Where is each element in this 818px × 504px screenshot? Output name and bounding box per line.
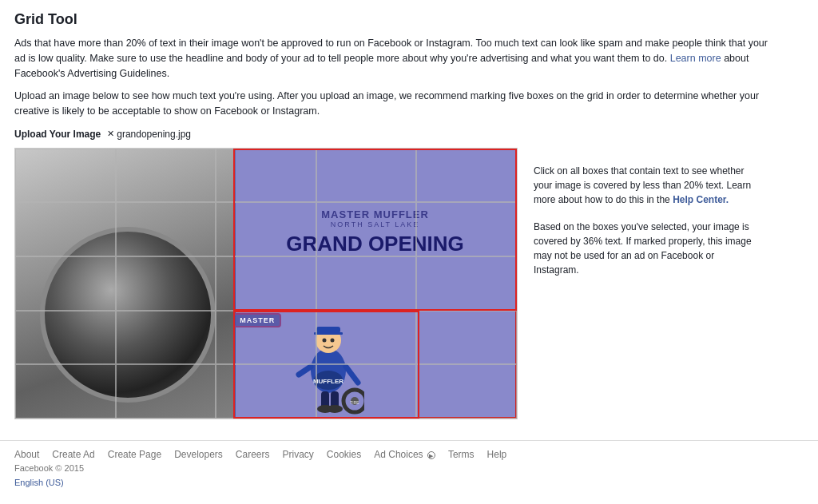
file-tag: ✕ grandopening.jpg — [107, 129, 191, 140]
grid-cell-3-5[interactable] — [416, 256, 517, 311]
cookies-link[interactable]: Cookies — [327, 449, 361, 460]
ad-choices-icon: ▶ — [427, 451, 435, 459]
grid-area: MASTER MUFFLER NORTH SALT LAKE GRAND OPE… — [14, 148, 768, 419]
description-1: Ads that have more than 20% of text in t… — [14, 36, 768, 81]
careers-link[interactable]: Careers — [236, 449, 270, 460]
grid-cell-2-3[interactable] — [216, 202, 316, 256]
description-2: Upload an image below to see how much te… — [14, 89, 768, 119]
grid-cell-4-3[interactable] — [216, 311, 316, 365]
upload-section: Upload Your Image ✕ grandopening.jpg — [14, 129, 768, 140]
footer: About Create Ad Create Page Developers C… — [0, 440, 818, 496]
grid-cell-3-4[interactable] — [316, 256, 417, 311]
grid-cell-5-5[interactable] — [416, 364, 517, 419]
grid-cell-2-1[interactable] — [15, 202, 116, 256]
grid-cell-1-4[interactable] — [316, 149, 417, 203]
grid-cell-3-1[interactable] — [15, 256, 116, 311]
help-link[interactable]: Help — [487, 449, 507, 460]
create-ad-link[interactable]: Create Ad — [52, 449, 94, 460]
grid-overlay[interactable] — [15, 149, 517, 419]
grid-cell-4-2[interactable] — [116, 311, 216, 365]
image-container[interactable]: MASTER MUFFLER NORTH SALT LAKE GRAND OPE… — [14, 148, 518, 419]
page-title: Grid Tool — [14, 11, 768, 28]
grid-cell-1-3[interactable] — [216, 149, 316, 203]
developers-link[interactable]: Developers — [174, 449, 223, 460]
grid-cell-5-3[interactable] — [216, 364, 316, 419]
grid-cell-3-3[interactable] — [216, 256, 316, 311]
privacy-link[interactable]: Privacy — [283, 449, 314, 460]
upload-label: Upload Your Image — [14, 129, 101, 140]
grid-cell-2-5[interactable] — [416, 202, 517, 256]
grid-cell-5-4[interactable] — [316, 364, 417, 419]
about-link[interactable]: About — [14, 449, 39, 460]
grid-cell-4-5[interactable] — [416, 311, 517, 365]
grid-cell-3-2[interactable] — [116, 256, 216, 311]
grid-cell-4-1[interactable] — [15, 311, 116, 365]
grid-cell-4-4[interactable] — [316, 311, 417, 365]
grid-cell-1-5[interactable] — [416, 149, 517, 203]
result-text: Based on the boxes you've selected, your… — [534, 220, 757, 277]
grid-cell-5-2[interactable] — [116, 364, 216, 419]
footer-links: About Create Ad Create Page Developers C… — [14, 449, 804, 460]
help-center-link[interactable]: Help Center. — [673, 194, 729, 205]
locale-link[interactable]: English (US) — [14, 478, 64, 487]
terms-link[interactable]: Terms — [448, 449, 475, 460]
grid-cell-1-1[interactable] — [15, 149, 116, 203]
grid-cell-2-4[interactable] — [316, 202, 417, 256]
locale-section: English (US) — [14, 476, 804, 488]
copyright: Facebook © 2015 — [14, 463, 804, 473]
instruction-text: Click on all boxes that contain text to … — [534, 164, 757, 207]
main-content: Grid Tool Ads that have more than 20% of… — [0, 0, 783, 427]
grid-cell-1-2[interactable] — [116, 149, 216, 203]
ad-choices-link[interactable]: Ad Choices ▶ — [374, 449, 435, 460]
learn-more-link[interactable]: Learn more — [670, 53, 721, 64]
remove-file-button[interactable]: ✕ — [107, 129, 114, 139]
side-panel: Click on all boxes that contain text to … — [534, 148, 757, 290]
file-name: grandopening.jpg — [117, 129, 191, 140]
grid-cell-2-2[interactable] — [116, 202, 216, 256]
create-page-link[interactable]: Create Page — [108, 449, 161, 460]
grid-cell-5-1[interactable] — [15, 364, 116, 419]
